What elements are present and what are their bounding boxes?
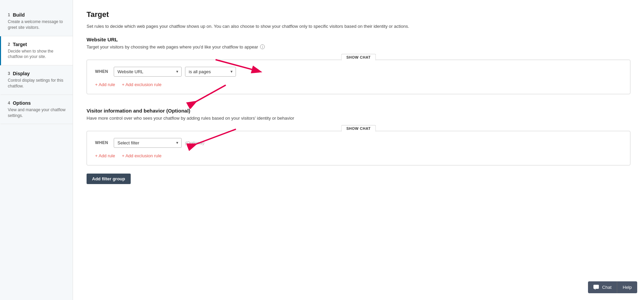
help-button[interactable]: Help bbox=[617, 281, 637, 293]
filter-card-1: SHOW CHAT WHEN Website URL is all pages bbox=[87, 60, 630, 94]
step-desc-target: Decide when to show the chatflow on your… bbox=[8, 48, 66, 60]
add-rule-btn-2[interactable]: + Add rule bbox=[95, 153, 115, 158]
sidebar: 1 Build Create a welcome message to gree… bbox=[0, 0, 73, 300]
rule-actions-1: + Add rule + Add exclusion rule bbox=[95, 82, 622, 87]
step-number-4: 4 bbox=[8, 101, 10, 105]
show-chat-tab-2: SHOW CHAT bbox=[341, 125, 376, 132]
chat-widget: Chat Help bbox=[588, 281, 637, 293]
rule-actions-2: + Add rule + Add exclusion rule bbox=[95, 153, 622, 158]
add-filter-group-button[interactable]: Add filter group bbox=[87, 174, 131, 184]
sidebar-step-display[interactable]: 3 Display Control display settings for t… bbox=[0, 65, 73, 95]
select-filter-wrapper[interactable]: Select filter bbox=[114, 138, 182, 148]
step-title-target: Target bbox=[13, 42, 27, 47]
step-desc-build: Create a welcome message to greet site v… bbox=[8, 19, 66, 31]
info-icon-website[interactable]: i bbox=[260, 44, 265, 49]
website-url-select[interactable]: Website URL bbox=[114, 67, 182, 77]
step-title-options: Options bbox=[13, 100, 31, 106]
condition-select-wrapper[interactable]: is all pages bbox=[185, 67, 236, 77]
website-url-select-wrapper[interactable]: Website URL bbox=[114, 67, 182, 77]
svg-marker-4 bbox=[594, 289, 595, 290]
step-title-display: Display bbox=[13, 71, 30, 76]
add-exclusion-rule-btn-2[interactable]: + Add exclusion rule bbox=[122, 153, 162, 158]
sidebar-step-target[interactable]: 2 Target Decide when to show the chatflo… bbox=[0, 36, 73, 66]
main-content: Target Set rules to decide which web pag… bbox=[73, 0, 644, 300]
chat-bubble-icon bbox=[593, 285, 600, 290]
page-desc: Set rules to decide which web pages your… bbox=[87, 23, 630, 30]
step-desc-display: Control display settings for this chatfl… bbox=[8, 78, 66, 89]
step-number-1: 1 bbox=[8, 13, 10, 17]
step-number-3: 3 bbox=[8, 71, 10, 76]
chat-button[interactable]: Chat bbox=[588, 281, 617, 293]
condition-select[interactable]: is all pages bbox=[185, 67, 236, 77]
visitor-section-title: Visitor information and behavior (Option… bbox=[87, 108, 630, 114]
sidebar-step-build[interactable]: 1 Build Create a welcome message to gree… bbox=[0, 7, 73, 36]
chat-button-label: Chat bbox=[602, 285, 611, 290]
filter-card-2: SHOW CHAT WHEN Select filter (Optional) … bbox=[87, 131, 630, 165]
sidebar-step-options[interactable]: 4 Options View and manage your chatflow … bbox=[0, 95, 73, 124]
when-label-1: WHEN bbox=[95, 69, 110, 74]
step-desc-options: View and manage your chatflow settings. bbox=[8, 107, 66, 119]
help-button-label: Help bbox=[623, 285, 632, 290]
add-exclusion-rule-btn-1[interactable]: + Add exclusion rule bbox=[122, 82, 162, 87]
page-title: Target bbox=[87, 10, 630, 19]
svg-rect-3 bbox=[593, 285, 599, 289]
when-label-2: WHEN bbox=[95, 140, 110, 145]
add-rule-btn-1[interactable]: + Add rule bbox=[95, 82, 115, 87]
website-url-section-desc: Target your visitors by choosing the web… bbox=[87, 44, 630, 49]
website-url-section-title: Website URL bbox=[87, 37, 630, 42]
select-filter-select[interactable]: Select filter bbox=[114, 138, 182, 148]
visitor-section: Visitor information and behavior (Option… bbox=[87, 108, 630, 121]
step-number-2: 2 bbox=[8, 42, 10, 47]
optional-text: (Optional) bbox=[185, 140, 204, 145]
step-title-build: Build bbox=[13, 12, 25, 18]
show-chat-tab-1: SHOW CHAT bbox=[341, 54, 376, 60]
visitor-section-desc: Have more control over who sees your cha… bbox=[87, 116, 630, 121]
